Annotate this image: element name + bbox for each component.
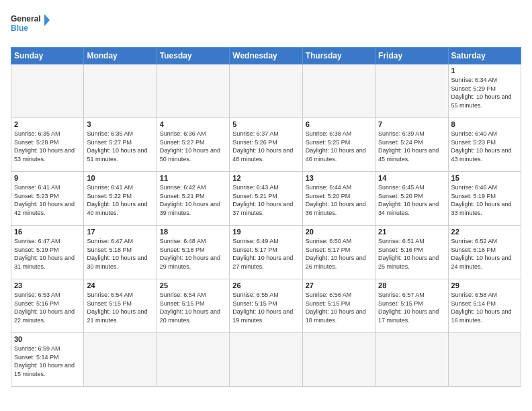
day-info: Sunrise: 6:48 AMSunset: 5:18 PMDaylight:… bbox=[160, 237, 226, 271]
day-info: Sunrise: 6:53 AMSunset: 5:16 PMDaylight:… bbox=[14, 291, 81, 324]
day-number: 8 bbox=[451, 120, 518, 128]
day-number: 13 bbox=[306, 174, 372, 182]
day-number: 9 bbox=[14, 174, 81, 182]
calendar-week-row: 2Sunrise: 6:35 AMSunset: 5:28 PMDaylight… bbox=[11, 118, 521, 172]
calendar-cell: 6Sunrise: 6:38 AMSunset: 5:25 PMDaylight… bbox=[302, 118, 375, 172]
day-number: 20 bbox=[306, 228, 372, 236]
day-number: 10 bbox=[87, 174, 153, 182]
day-info: Sunrise: 6:45 AMSunset: 5:20 PMDaylight:… bbox=[378, 183, 445, 217]
calendar-week-row: 23Sunrise: 6:53 AMSunset: 5:16 PMDayligh… bbox=[11, 279, 521, 333]
day-number: 7 bbox=[378, 120, 445, 128]
calendar-week-row: 30Sunrise: 6:59 AMSunset: 5:14 PMDayligh… bbox=[11, 333, 521, 387]
calendar-cell: 25Sunrise: 6:54 AMSunset: 5:15 PMDayligh… bbox=[157, 279, 229, 333]
day-number: 21 bbox=[378, 228, 445, 236]
day-number: 30 bbox=[14, 335, 81, 343]
calendar-cell bbox=[302, 333, 375, 387]
day-info: Sunrise: 6:49 AMSunset: 5:17 PMDaylight:… bbox=[232, 237, 299, 271]
calendar-cell: 5Sunrise: 6:37 AMSunset: 5:26 PMDaylight… bbox=[230, 118, 302, 172]
day-info: Sunrise: 6:41 AMSunset: 5:23 PMDaylight:… bbox=[14, 183, 81, 217]
calendar-cell: 18Sunrise: 6:48 AMSunset: 5:18 PMDayligh… bbox=[157, 226, 229, 279]
weekday-header: Tuesday bbox=[157, 48, 229, 64]
calendar-cell bbox=[375, 333, 448, 387]
day-number: 29 bbox=[451, 281, 518, 289]
calendar-cell: 19Sunrise: 6:49 AMSunset: 5:17 PMDayligh… bbox=[230, 226, 302, 279]
day-info: Sunrise: 6:47 AMSunset: 5:18 PMDaylight:… bbox=[87, 237, 153, 271]
calendar-cell: 14Sunrise: 6:45 AMSunset: 5:20 PMDayligh… bbox=[375, 172, 448, 226]
day-info: Sunrise: 6:41 AMSunset: 5:22 PMDaylight:… bbox=[87, 183, 153, 217]
day-info: Sunrise: 6:52 AMSunset: 5:16 PMDaylight:… bbox=[451, 237, 518, 271]
svg-text:General: General bbox=[11, 14, 41, 24]
day-info: Sunrise: 6:36 AMSunset: 5:27 PMDaylight:… bbox=[160, 130, 226, 163]
day-number: 19 bbox=[232, 228, 299, 236]
day-number: 6 bbox=[306, 120, 372, 128]
day-info: Sunrise: 6:39 AMSunset: 5:24 PMDaylight:… bbox=[378, 130, 445, 163]
day-number: 1 bbox=[451, 66, 518, 75]
calendar-cell: 3Sunrise: 6:35 AMSunset: 5:27 PMDaylight… bbox=[84, 118, 157, 172]
weekday-header: Monday bbox=[84, 48, 157, 64]
day-number: 22 bbox=[451, 228, 518, 236]
calendar-cell: 23Sunrise: 6:53 AMSunset: 5:16 PMDayligh… bbox=[11, 279, 84, 333]
day-info: Sunrise: 6:35 AMSunset: 5:27 PMDaylight:… bbox=[87, 130, 153, 163]
day-number: 5 bbox=[232, 120, 299, 128]
calendar-header: SundayMondayTuesdayWednesdayThursdayFrid… bbox=[11, 48, 521, 64]
calendar-cell bbox=[11, 64, 84, 118]
calendar-cell: 17Sunrise: 6:47 AMSunset: 5:18 PMDayligh… bbox=[84, 226, 157, 279]
calendar-cell bbox=[84, 64, 157, 118]
weekday-header: Friday bbox=[375, 48, 448, 64]
day-number: 2 bbox=[14, 120, 81, 128]
calendar-cell bbox=[375, 64, 448, 118]
calendar-cell bbox=[230, 64, 302, 118]
calendar-table: SundayMondayTuesdayWednesdayThursdayFrid… bbox=[11, 47, 521, 387]
calendar-cell: 15Sunrise: 6:46 AMSunset: 5:19 PMDayligh… bbox=[448, 172, 521, 226]
day-number: 28 bbox=[378, 281, 445, 289]
calendar-cell bbox=[157, 333, 229, 387]
day-info: Sunrise: 6:47 AMSunset: 5:19 PMDaylight:… bbox=[14, 237, 81, 271]
weekday-header: Sunday bbox=[11, 48, 84, 64]
day-info: Sunrise: 6:43 AMSunset: 5:21 PMDaylight:… bbox=[232, 183, 299, 217]
calendar-cell: 28Sunrise: 6:57 AMSunset: 5:15 PMDayligh… bbox=[375, 279, 448, 333]
calendar-cell: 8Sunrise: 6:40 AMSunset: 5:23 PMDaylight… bbox=[448, 118, 521, 172]
page-header: General Blue bbox=[11, 11, 521, 39]
day-number: 25 bbox=[160, 281, 226, 289]
day-info: Sunrise: 6:44 AMSunset: 5:20 PMDaylight:… bbox=[306, 183, 372, 217]
day-info: Sunrise: 6:57 AMSunset: 5:15 PMDaylight:… bbox=[378, 291, 445, 324]
day-number: 15 bbox=[451, 174, 518, 182]
calendar-cell: 20Sunrise: 6:50 AMSunset: 5:17 PMDayligh… bbox=[302, 226, 375, 279]
day-info: Sunrise: 6:55 AMSunset: 5:15 PMDaylight:… bbox=[232, 291, 299, 324]
day-info: Sunrise: 6:38 AMSunset: 5:25 PMDaylight:… bbox=[306, 130, 372, 163]
day-info: Sunrise: 6:34 AMSunset: 5:29 PMDaylight:… bbox=[451, 76, 518, 109]
calendar-cell: 9Sunrise: 6:41 AMSunset: 5:23 PMDaylight… bbox=[11, 172, 84, 226]
day-number: 12 bbox=[232, 174, 299, 182]
weekday-header: Wednesday bbox=[230, 48, 302, 64]
calendar-cell: 4Sunrise: 6:36 AMSunset: 5:27 PMDaylight… bbox=[157, 118, 229, 172]
calendar-cell: 2Sunrise: 6:35 AMSunset: 5:28 PMDaylight… bbox=[11, 118, 84, 172]
day-number: 24 bbox=[87, 281, 153, 289]
calendar-body: 1Sunrise: 6:34 AMSunset: 5:29 PMDaylight… bbox=[11, 64, 521, 387]
day-number: 11 bbox=[160, 174, 226, 182]
day-number: 3 bbox=[87, 120, 153, 128]
day-info: Sunrise: 6:54 AMSunset: 5:15 PMDaylight:… bbox=[87, 291, 153, 324]
logo-svg: General Blue bbox=[11, 11, 51, 39]
calendar-cell bbox=[302, 64, 375, 118]
calendar-cell: 12Sunrise: 6:43 AMSunset: 5:21 PMDayligh… bbox=[230, 172, 302, 226]
calendar-week-row: 1Sunrise: 6:34 AMSunset: 5:29 PMDaylight… bbox=[11, 64, 521, 118]
calendar-cell: 21Sunrise: 6:51 AMSunset: 5:16 PMDayligh… bbox=[375, 226, 448, 279]
calendar-cell: 7Sunrise: 6:39 AMSunset: 5:24 PMDaylight… bbox=[375, 118, 448, 172]
calendar-week-row: 9Sunrise: 6:41 AMSunset: 5:23 PMDaylight… bbox=[11, 172, 521, 226]
calendar-cell: 27Sunrise: 6:56 AMSunset: 5:15 PMDayligh… bbox=[302, 279, 375, 333]
day-number: 4 bbox=[160, 120, 226, 128]
calendar-cell: 29Sunrise: 6:58 AMSunset: 5:14 PMDayligh… bbox=[448, 279, 521, 333]
day-number: 23 bbox=[14, 281, 81, 289]
calendar-cell bbox=[84, 333, 157, 387]
calendar-cell: 22Sunrise: 6:52 AMSunset: 5:16 PMDayligh… bbox=[448, 226, 521, 279]
day-info: Sunrise: 6:58 AMSunset: 5:14 PMDaylight:… bbox=[451, 291, 518, 324]
calendar-cell: 13Sunrise: 6:44 AMSunset: 5:20 PMDayligh… bbox=[302, 172, 375, 226]
calendar-cell: 11Sunrise: 6:42 AMSunset: 5:21 PMDayligh… bbox=[157, 172, 229, 226]
calendar-cell: 1Sunrise: 6:34 AMSunset: 5:29 PMDaylight… bbox=[448, 64, 521, 118]
day-info: Sunrise: 6:51 AMSunset: 5:16 PMDaylight:… bbox=[378, 237, 445, 271]
calendar-cell: 16Sunrise: 6:47 AMSunset: 5:19 PMDayligh… bbox=[11, 226, 84, 279]
day-info: Sunrise: 6:46 AMSunset: 5:19 PMDaylight:… bbox=[451, 183, 518, 217]
day-info: Sunrise: 6:59 AMSunset: 5:14 PMDaylight:… bbox=[14, 345, 81, 378]
calendar-cell bbox=[157, 64, 229, 118]
calendar-cell bbox=[230, 333, 302, 387]
